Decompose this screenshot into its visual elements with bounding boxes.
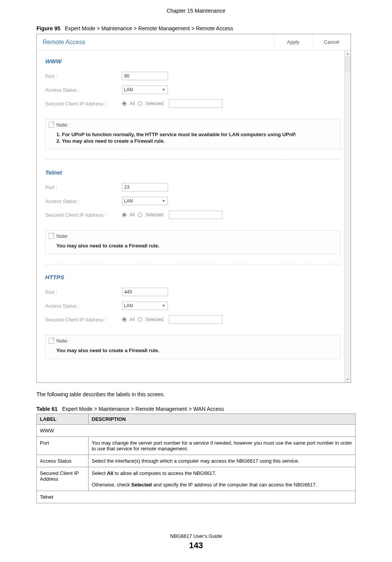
cancel-button[interactable]: Cancel	[312, 35, 351, 49]
figure-label: Figure 95	[36, 25, 60, 31]
https-port-input[interactable]	[122, 288, 168, 296]
https-port-row: Port :	[45, 285, 341, 299]
www-port-label: Port :	[45, 73, 122, 79]
telnet-note-box: Note: You may also need to create a Fire…	[45, 230, 341, 254]
www-secured-row: Secured Client IP Address : All Selected	[45, 97, 341, 110]
https-radio-selected-label: Selected	[145, 317, 163, 322]
row-telnet: Telnet	[37, 491, 356, 503]
telnet-note-1: You may also need to create a Firewall r…	[56, 243, 333, 249]
chapter-header: Chapter 15 Maintenance	[0, 0, 392, 25]
https-access-label: Access Status :	[45, 303, 122, 309]
row-secured-label: Secured Client IP Address	[37, 467, 89, 491]
www-ip-input[interactable]	[169, 99, 222, 108]
https-note-box: Note: You may also need to create a Fire…	[45, 335, 341, 359]
row-access-desc: Select the interface(s) through which a …	[89, 455, 356, 467]
section-www-title: WWW	[45, 50, 341, 69]
footer-page-number: 143	[0, 541, 392, 550]
www-radio-selected-label: Selected	[145, 101, 163, 106]
note-icon	[49, 233, 54, 239]
www-access-row: Access Status : LAN	[45, 83, 341, 97]
telnet-secured-row: Secured Client IP Address : All Selected	[45, 208, 341, 222]
th-label: LABEL	[37, 414, 89, 425]
telnet-radio-selected[interactable]	[138, 213, 142, 217]
row-access-label: Access Status	[37, 455, 89, 467]
www-radio-all[interactable]	[122, 101, 127, 106]
telnet-port-input[interactable]	[122, 183, 168, 191]
telnet-port-label: Port :	[45, 185, 122, 190]
telnet-access-row: Access Status : LAN	[45, 194, 341, 208]
scrollbar[interactable]: ▴ ▾	[344, 50, 351, 382]
telnet-secured-label: Secured Client IP Address :	[45, 212, 122, 218]
figure-path: Expert Mode > Maintenance > Remote Manag…	[65, 25, 233, 31]
telnet-access-label: Access Status :	[45, 198, 122, 204]
www-access-select[interactable]: LAN	[122, 86, 168, 94]
www-access-label: Access Status :	[45, 87, 122, 93]
https-secured-row: Secured Client IP Address : All Selected	[45, 313, 341, 326]
panel-header: Remote Access Apply Cancel	[37, 34, 351, 50]
scroll-thumb[interactable]	[344, 57, 351, 72]
telnet-radio-all-label: All	[130, 212, 135, 218]
description-table: LABEL DESCRIPTION WWW Port You may chang…	[36, 414, 356, 503]
table-path: Expert Mode > Maintenance > Remote Manag…	[62, 406, 224, 412]
www-note-box: Note: 1. For UPnP to function normally, …	[45, 119, 341, 150]
page-footer: NBG6617 User's Guide 143	[0, 533, 392, 550]
scroll-up-icon[interactable]: ▴	[344, 50, 351, 57]
www-note-header: Note:	[46, 119, 340, 130]
https-secured-label: Secured Client IP Address :	[45, 317, 122, 323]
figure-caption: Figure 95 Expert Mode > Maintenance > Re…	[36, 25, 356, 31]
https-ip-input[interactable]	[169, 315, 222, 324]
https-radio-all-label: All	[130, 317, 135, 322]
section-telnet-title: Telnet	[45, 162, 341, 180]
https-access-row: Access Status : LAN	[45, 299, 341, 313]
panel-body: WWW Port : Access Status : LAN Secured C…	[37, 50, 344, 382]
post-figure-text: The following table describes the labels…	[36, 391, 356, 397]
row-port-desc: You may change the server port number fo…	[89, 437, 356, 455]
table-label: Table 61	[36, 406, 58, 412]
telnet-port-row: Port :	[45, 180, 341, 194]
www-note-1: 1. For UPnP to function normally, the HT…	[56, 132, 333, 137]
note-icon	[49, 122, 54, 128]
www-note-2: 2. You may also need to create a Firewal…	[56, 138, 333, 144]
telnet-radio-all[interactable]	[122, 213, 127, 217]
www-port-row: Port :	[45, 69, 341, 83]
separator	[45, 264, 341, 264]
telnet-access-select[interactable]: LAN	[122, 197, 168, 205]
telnet-note-label: Note:	[56, 233, 68, 239]
www-secured-label: Secured Client IP Address :	[45, 101, 122, 107]
https-note-1: You may also need to create a Firewall r…	[56, 348, 333, 353]
https-radio-all[interactable]	[122, 317, 127, 322]
https-note-header: Note:	[46, 335, 340, 346]
separator	[45, 159, 341, 160]
th-description: DESCRIPTION	[89, 414, 356, 425]
www-radio-selected[interactable]	[138, 101, 142, 106]
scroll-down-icon[interactable]: ▾	[344, 376, 351, 382]
row-port-label: Port	[37, 437, 89, 455]
footer-guide: NBG6617 User's Guide	[0, 533, 392, 539]
section-https-title: HTTPS	[45, 266, 341, 285]
telnet-note-header: Note:	[46, 231, 340, 241]
https-access-select[interactable]: LAN	[122, 302, 168, 310]
row-secured-desc: Select All to allow all computes to acce…	[89, 467, 356, 491]
table-caption: Table 61 Expert Mode > Maintenance > Rem…	[36, 406, 356, 412]
screenshot-container: Remote Access Apply Cancel WWW Port : Ac…	[36, 34, 351, 383]
telnet-ip-input[interactable]	[169, 211, 222, 219]
www-port-input[interactable]	[122, 72, 168, 80]
panel-title: Remote Access	[37, 39, 274, 46]
www-note-label: Note:	[56, 122, 68, 128]
https-note-label: Note:	[56, 338, 68, 344]
note-icon	[49, 338, 54, 344]
https-radio-selected[interactable]	[138, 317, 142, 322]
www-radio-all-label: All	[130, 101, 135, 106]
telnet-radio-selected-label: Selected	[145, 212, 163, 218]
row-www: WWW	[37, 425, 356, 437]
apply-button[interactable]: Apply	[274, 35, 312, 49]
https-port-label: Port :	[45, 289, 122, 295]
